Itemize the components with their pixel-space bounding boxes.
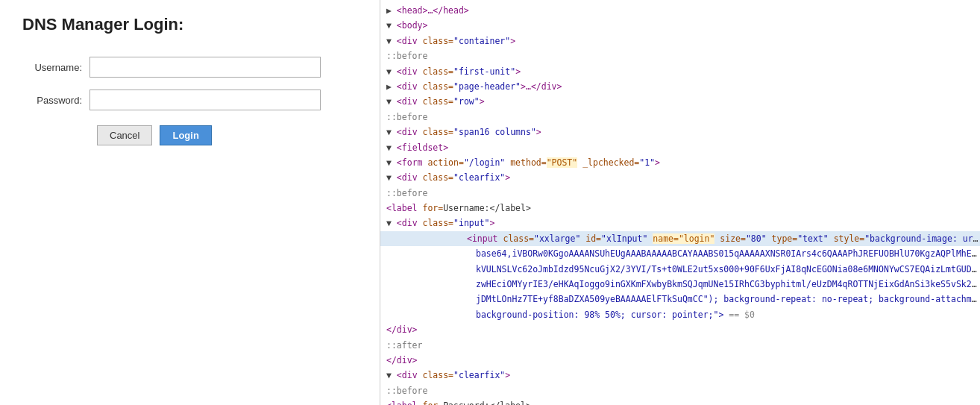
dom-line-b64-5: background-position: 98% 50%; cursor: po… [380,307,980,322]
cancel-button[interactable]: Cancel [97,125,152,145]
password-input[interactable] [89,90,321,110]
dom-line-label-username[interactable]: <label for=Username:</label> [380,201,980,216]
page-title: DNS Manager Login: [22,15,357,34]
dom-line-b64-2: kVULNSLVc62oJmbIdzd95NcuGjX2/3YVI/Ts+t0W… [380,262,980,277]
dom-line-fieldset[interactable]: ▼ <fieldset> [380,140,980,155]
dom-line-b64-1: base64,iVBORw0KGgoAAAANSUhEUgAAABAAAAABC… [380,246,980,261]
dom-line-span16[interactable]: ▼ <div class="span16 columns"> [380,125,980,139]
dom-line-container[interactable]: ▼ <div class="container"> [380,34,980,48]
username-input[interactable] [89,57,321,78]
dom-line-div-close1: </div> [380,322,980,337]
dom-line-head[interactable]: ▶ <head>…</head> [380,3,980,18]
dom-line-before1: ::before [380,48,980,63]
dom-line-label-password[interactable]: <label for=Password:</label> [380,398,980,405]
dom-line-b64-3: zwHEciOMYyrIE3/eHKAqIoggo9inGXKmFXwbyBkm… [380,277,980,292]
dom-line-before2: ::before [380,110,980,125]
dom-line-b64-4: jDMtLOnHz7TE+yf8BaDZXA509yeBAAAAAElFTkSu… [380,292,980,307]
password-label: Password: [22,95,89,106]
dom-line-clearfix1-close: </div> [380,353,980,368]
username-label: Username: [22,62,89,73]
dom-line-form[interactable]: ▼ <form action="/login" method="POST" _l… [380,155,980,170]
dom-line-clearfix1[interactable]: ▼ <div class="clearfix"> [380,170,980,185]
dom-line-before4: ::before [380,383,980,398]
dom-line-row[interactable]: ▼ <div class="row"> [380,94,980,109]
dom-line-input-div1[interactable]: ▼ <div class="input"> [380,216,980,230]
dom-line-first-unit[interactable]: ▼ <div class="first-unit"> [380,64,980,79]
dom-line-before3: ::before [380,186,980,201]
devtools-panel: ▶ <head>…</head> ▼ <body> ▼ <div class="… [380,0,980,405]
dom-line-clearfix2[interactable]: ▼ <div class="clearfix"> [380,368,980,383]
password-group: Password: [22,90,357,110]
form-buttons: Cancel Login [97,125,357,145]
dom-line-input-login[interactable]: <input class="xxlarge" id="xlInput" name… [380,231,980,246]
username-group: Username: [22,57,357,78]
login-panel: DNS Manager Login: Username: Password: C… [0,0,380,405]
dom-line-page-header[interactable]: ▶ <div class="page-header">…</div> [380,79,980,94]
login-button[interactable]: Login [160,125,211,145]
dom-line-after1: ::after [380,338,980,353]
dom-line-body[interactable]: ▼ <body> [380,18,980,33]
devtools-content: ▶ <head>…</head> ▼ <body> ▼ <div class="… [380,0,980,405]
